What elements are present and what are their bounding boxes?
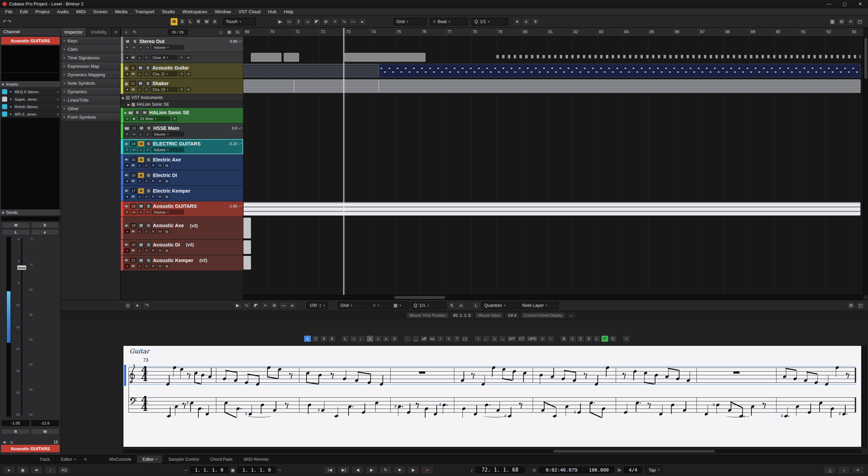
chevron-right-icon[interactable]: ▸ <box>124 110 127 115</box>
write-button[interactable]: W <box>157 163 163 168</box>
note[interactable] <box>362 411 365 414</box>
cycle-button[interactable]: ↻ <box>379 466 392 474</box>
input-activity-button[interactable]: ● <box>3 466 15 474</box>
auto-button[interactable]: ↯ <box>531 18 539 25</box>
automation-m-button[interactable]: M <box>171 18 178 25</box>
track-solo-button[interactable]: S <box>145 173 152 178</box>
zoom-controls[interactable]: ＋ <box>863 295 868 300</box>
voice-2-button[interactable]: 2 <box>312 335 319 342</box>
function-btn-button[interactable]: ↔ <box>499 335 506 342</box>
note[interactable] <box>835 366 839 369</box>
inspector-tab-visibility[interactable]: Visibility <box>86 28 112 36</box>
editor-quantize-dropdown[interactable]: Q 1/1 ▾ <box>411 302 446 309</box>
track-row-partial-1[interactable]: ●e⊙Chan. 9▾RW <box>121 52 243 63</box>
event-block[interactable] <box>251 53 281 62</box>
freeze-button[interactable]: ⊙ <box>144 55 149 60</box>
record-button[interactable]: ● <box>124 248 130 253</box>
inspector-section-clefs[interactable]: ▸Clefs <box>61 45 120 54</box>
track-row-acoustic-di[interactable]: 20MSAcoustic DI(v2)●e⊙RW▤ <box>121 240 243 255</box>
modifier-no-button[interactable]: no <box>429 335 436 342</box>
arrange-horizontal-scrollbar[interactable] <box>243 295 863 300</box>
note[interactable] <box>644 372 647 374</box>
edit-button[interactable]: e <box>137 163 142 168</box>
inspector-section-other[interactable]: ▸Other <box>61 104 120 113</box>
track-solo-button[interactable]: S <box>132 39 138 44</box>
lock-icon[interactable]: ▣ <box>231 468 235 473</box>
link-button[interactable]: L <box>472 302 480 309</box>
speaker-icon[interactable] <box>3 440 7 444</box>
note[interactable] <box>223 378 226 380</box>
forward-button[interactable]: ▶ <box>366 466 378 474</box>
note[interactable] <box>561 378 565 380</box>
lanes-button[interactable]: ▤ <box>164 229 170 234</box>
note[interactable] <box>306 372 310 374</box>
read-button[interactable]: R <box>124 132 130 137</box>
event-block[interactable] <box>243 202 861 216</box>
track-row-halion-sonic-se[interactable]: ▸▦HALion Sonic SE <box>121 101 243 108</box>
note[interactable] <box>308 404 311 406</box>
quantize-preset-dropdown[interactable]: Quantize▾ <box>481 302 518 309</box>
edit-button[interactable]: e <box>137 229 142 234</box>
read-button[interactable]: R <box>124 45 130 50</box>
menu-audio[interactable]: Audio <box>53 8 73 16</box>
track-volume-value[interactable]: -1.05 <box>229 204 237 208</box>
track-mute-button[interactable]: M <box>138 157 144 162</box>
track-mute-button[interactable]: M <box>138 188 144 194</box>
note[interactable] <box>796 405 799 408</box>
track-solo-button[interactable]: S <box>145 188 152 194</box>
record-button[interactable]: ● <box>124 87 130 92</box>
track-volume-value[interactable]: -5.22 <box>229 142 237 146</box>
event-block[interactable] <box>243 240 251 254</box>
erase-tool-button[interactable]: ◤ <box>252 302 260 309</box>
note[interactable] <box>523 372 527 374</box>
undo-icon[interactable]: ↶ <box>3 19 6 24</box>
zoom-tool-button[interactable]: ⊕ <box>270 302 278 309</box>
monitor-icon[interactable] <box>131 248 136 253</box>
write-button[interactable]: W <box>142 110 148 115</box>
menu-edit[interactable]: Edit <box>16 8 32 16</box>
read-button[interactable]: R <box>151 248 156 253</box>
modifier-btn-button[interactable]: ( ) <box>461 335 469 342</box>
note[interactable] <box>442 404 446 406</box>
edit-icon[interactable]: e <box>8 104 13 109</box>
layer-2-button[interactable]: 2 <box>577 335 584 342</box>
function-btn-button[interactable]: + <box>539 335 546 342</box>
read-button[interactable]: R <box>151 179 156 183</box>
track-row-hsse-main[interactable]: 13MSHSSE Main0.0▴ ▾RWe⊙Volume▾ <box>121 123 243 139</box>
note[interactable] <box>278 368 281 371</box>
inspector-menu-icon[interactable]: ≡ <box>112 28 120 36</box>
track-row-electric-di[interactable]: 16MSElectric DI●e⊙RW▤ <box>121 170 243 186</box>
editor-length-dropdown[interactable]: ▦▾ <box>391 302 410 309</box>
edit-button[interactable]: e <box>137 55 142 60</box>
note-value-btn-button[interactable]: ♪ <box>366 335 374 342</box>
line-tool-button[interactable]: ― <box>279 302 288 309</box>
edit-button[interactable]: e <box>137 179 142 183</box>
grid-value-dropdown[interactable]: ⌗ Beat ▾ <box>430 18 468 25</box>
track-mute-button[interactable]: M <box>138 203 144 209</box>
track-solo-button[interactable]: S <box>145 157 152 162</box>
event-block[interactable] <box>344 53 426 62</box>
record-button[interactable]: ● <box>124 72 130 76</box>
close-lower-zone-icon[interactable]: ✕ <box>81 457 90 462</box>
note-layer-dropdown[interactable]: Note Layer▾ <box>519 302 559 309</box>
note[interactable] <box>461 379 464 382</box>
automation-mode-dropdown[interactable]: Touch ▾ <box>223 18 256 25</box>
count-in-button[interactable]: ♪ <box>838 466 850 474</box>
glue-tool-button[interactable]: ∪ <box>303 18 312 25</box>
right-locator-display[interactable]: 1. 1. 1. 0 <box>237 466 277 474</box>
event-block[interactable] <box>243 256 251 270</box>
event-block[interactable] <box>243 64 379 77</box>
score-vertical-scrollbar[interactable] <box>862 345 867 447</box>
note[interactable] <box>234 379 237 382</box>
bypass-icon[interactable]: ⊙ <box>10 440 14 445</box>
lanes-button[interactable]: ▤ <box>164 179 170 183</box>
track-mute-button[interactable]: M <box>138 258 144 263</box>
freeze-button[interactable]: ⊙ <box>144 72 149 76</box>
automation-parameter-dropdown[interactable]: Volume▾ <box>152 147 184 152</box>
freeze-button[interactable]: ⊙ <box>144 179 149 183</box>
edit-button[interactable]: e <box>138 45 143 50</box>
track-row-acoustic-axe[interactable]: 19MSAcoustic Axe(v2)●e⊙RW▤ <box>121 217 243 240</box>
solo-button[interactable]: ◎ <box>124 302 132 309</box>
write-button[interactable]: W <box>186 55 191 60</box>
menu-window[interactable]: Window <box>211 8 235 16</box>
